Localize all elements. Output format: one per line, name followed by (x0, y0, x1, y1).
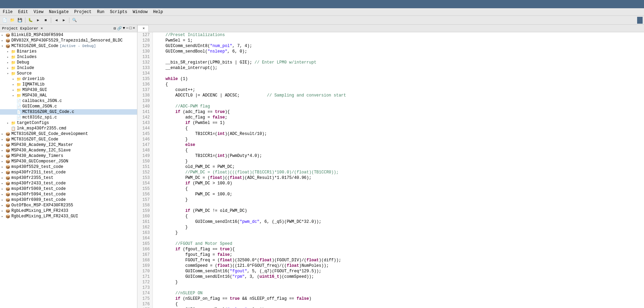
tree-arrow-debug[interactable]: ▸ (7, 61, 11, 65)
tree-arrow-include[interactable]: ▸ (7, 66, 11, 70)
toolbar-forward[interactable]: ▶ (60, 17, 67, 24)
tree-item-lnk[interactable]: 📋lnk_msp430fr2355.cmd (0, 126, 137, 131)
tree-arrow-msp430fr2311test[interactable]: ▸ (1, 171, 5, 174)
minimize-icon[interactable]: ─ (126, 26, 128, 31)
tree-item-rgbledmixing[interactable]: ▸📦RgbLedMixing_LPM_FR2433 (0, 208, 137, 214)
tree-item-include[interactable]: ▸📁Include (0, 65, 137, 71)
tree-arrow-source[interactable]: ▾ (7, 72, 11, 76)
tree-arrow-mct8316dev[interactable]: ▸ (1, 132, 5, 136)
tree-item-outofbox[interactable]: ▸📦OutOfBox_MSP-EXP430FR2355 (0, 203, 137, 208)
menu-run[interactable]: Run (94, 9, 107, 15)
menu-navigate[interactable]: Navigate (46, 9, 71, 15)
tree-item-includes[interactable]: ▸📁Includes (0, 54, 137, 60)
tree-item-msp430fr5994test[interactable]: ▸📦msp430fr5994_test_code (0, 192, 137, 197)
tree-arrow-msp430gui[interactable]: ▸ (12, 88, 16, 92)
tree-arrow-msp430fr2433test[interactable]: ▸ (1, 182, 5, 185)
tree-item-msp430i2cslave[interactable]: ▸📦MSP430_Academy_I2C_Slave (0, 148, 137, 153)
tree-arrow-msp430guicomposer[interactable]: ▸ (1, 160, 5, 163)
tree-item-msp430fr6989test[interactable]: ▸📦msp430fr6989_test_code (0, 197, 137, 203)
tree-arrow-iqmathlib[interactable]: ▸ (12, 83, 16, 87)
tree-arrow-rgbledmixing[interactable]: ▸ (1, 209, 5, 213)
quick-access-button[interactable] (637, 17, 643, 24)
tree-item-blinkled[interactable]: ▸📦BlinkLED_MSP430FR5994 (0, 32, 137, 38)
tree-item-msp430gui[interactable]: ▸📁MSP430_GUI (0, 87, 137, 93)
tree-arrow-msp430i2cmaster[interactable]: ▸ (1, 143, 5, 147)
tree-item-rgbledmixinggui[interactable]: ▸📦RgbLedMixing_LPM_FR2433_GUI (0, 214, 137, 219)
editor-tab-main[interactable]: × (137, 25, 149, 32)
toolbar-run[interactable]: ▶ (35, 17, 42, 24)
tree-item-msp430f5529test[interactable]: ▸📦msp430f5529_test_code (0, 164, 137, 170)
tree-arrow-msp430fr5994test[interactable]: ▸ (1, 193, 5, 196)
editor-tab-close[interactable]: × (143, 26, 145, 31)
code-content[interactable]: //Preset Initializations PwmSel = 1; GUI… (153, 32, 644, 308)
toolbar-back[interactable]: ◀ (53, 17, 60, 24)
tree-item-callbacks[interactable]: 📄callbacks_JSON.c (0, 98, 137, 104)
tree-item-debug[interactable]: ▸📁Debug (0, 60, 137, 65)
toolbar-save[interactable]: 💾 (16, 17, 23, 24)
toolbar-debug[interactable]: 🐛 (27, 17, 34, 24)
tree-arrow-msp430hal[interactable]: ▸ (12, 94, 16, 98)
toolbar-search[interactable]: 🔍 (71, 17, 78, 24)
tree-item-msp430fr5969test[interactable]: ▸📦msp430fr5969_test_code (0, 186, 137, 192)
menu-project[interactable]: Project (71, 9, 94, 15)
code-line-129: GUIComm_sendUInt8("num_pol", 7, 4); (156, 43, 641, 49)
tree-arrow-msp430timers[interactable]: ▸ (1, 154, 5, 158)
tree-arrow-outofbox[interactable]: ▸ (1, 204, 5, 207)
tree-item-targetconfigs[interactable]: ▸📁targetConfigs (0, 120, 137, 126)
toolbar-stop[interactable]: ■ (42, 17, 49, 24)
tree-icon-mct8316z_spi: 📄 (16, 115, 21, 120)
menu-edit[interactable]: Edit (15, 9, 31, 15)
tree-arrow-mct8316[interactable]: ▾ (1, 44, 5, 48)
tree-item-guicomm[interactable]: 📄GUIComm_JSON.c (0, 104, 137, 109)
collapse-all-icon[interactable]: ⊟ (114, 26, 116, 31)
tree-arrow-msp430i2cslave[interactable]: ▸ (1, 149, 5, 152)
menu-file[interactable]: File (0, 9, 15, 15)
tree-item-mct8316z_spi[interactable]: 📄mct8316z_spi.c (0, 115, 137, 120)
tree-item-mct8316code[interactable]: 📄MCT8316Z0R_GUI_Code.c (0, 109, 137, 115)
toolbar-open[interactable]: 📁 (9, 17, 16, 24)
close-icon[interactable]: × (133, 26, 135, 31)
menu-icon[interactable]: ▼ (123, 26, 125, 31)
tree-item-driverlib[interactable]: ▸📁driverlib (0, 76, 137, 82)
menu-scripts[interactable]: Scripts (107, 9, 130, 15)
tree-arrow-msp430fr6989test[interactable]: ▸ (1, 198, 5, 202)
tree-item-mct8316dev[interactable]: ▸📦MCT8316Z0R_GUI_Code_development (0, 131, 137, 137)
tree-item-msp430hal[interactable]: ▸📁MSP430_HAL (0, 93, 137, 98)
tree-arrow-binaries[interactable]: ▸ (7, 50, 11, 54)
tree-item-msp430timers[interactable]: ▸📦MSP430_Academy_Timers (0, 153, 137, 159)
line-num-135: 135 (140, 76, 150, 82)
tree-item-msp430i2cmaster[interactable]: ▸📦MSP430_Academy_I2C_Master (0, 142, 137, 148)
tree-arrow-drv832x[interactable]: ▸ (1, 39, 5, 43)
tree-arrow-mct8316z0t[interactable]: ▸ (1, 138, 5, 141)
tree-item-source[interactable]: ▾📁Source (0, 71, 137, 76)
menu-help[interactable]: Help (150, 9, 166, 15)
tree-item-binaries[interactable]: ▸📁Binaries (0, 49, 137, 54)
menu-window[interactable]: Window (130, 9, 150, 15)
menu-view[interactable]: View (31, 9, 46, 15)
toolbar-new[interactable]: 📄 (1, 17, 8, 24)
code-line-159: if (PWM_DC != old_PWM_DC) (156, 208, 641, 214)
tree-icon-msp430fr2311test: 📦 (5, 170, 10, 175)
tree-item-msp430fr2355test[interactable]: ▸📦msp430fr2355_test (0, 175, 137, 181)
tree-arrow-msp430fr2355test[interactable]: ▸ (1, 176, 5, 180)
tree-icon-rgbledmixinggui: 📦 (5, 214, 10, 219)
maximize-icon[interactable]: □ (129, 26, 132, 31)
tree-label-msp430fr5994test: msp430fr5994_test_code (11, 192, 66, 197)
tree-item-drv832x[interactable]: ▸📦DRV832X_MSP430F5529_Trapezoidal_Sensor… (0, 38, 137, 43)
tree-arrow-targetconfigs[interactable]: ▸ (7, 121, 11, 125)
tree-item-msp430guicomposer[interactable]: ▸📦MSP430_GUIComposer_JSON (0, 159, 137, 164)
tree-arrow-blinkled[interactable]: ▸ (1, 33, 5, 37)
tree-arrow-msp430f5529test[interactable]: ▸ (1, 165, 5, 169)
tree-arrow-msp430fr5969test[interactable]: ▸ (1, 187, 5, 191)
tree-arrow-rgbledmixinggui[interactable]: ▸ (1, 215, 5, 218)
tree-arrow-includes[interactable]: ▸ (7, 55, 11, 59)
tree-item-iqmathlib[interactable]: ▸📁IQMATHLib (0, 82, 137, 87)
tree-item-msp430fr2311test[interactable]: ▸📦msp430fr2311_test_code (0, 170, 137, 175)
tree-arrow-driverlib[interactable]: ▸ (12, 77, 16, 81)
tree-item-mct8316z0t[interactable]: ▸📦MCT8316Z0T_GUI_Code (0, 137, 137, 142)
tree-item-mct8316[interactable]: ▾📦MCT8316Z0R_GUI_Code[Active - Debug] (0, 43, 137, 49)
tree-icon-rgbledmixing: 📦 (5, 209, 10, 213)
code-view[interactable]: 1271281291301311321331341351361371381391… (137, 32, 644, 308)
tree-item-msp430fr2433test[interactable]: ▸📦msp430fr2433_test_code (0, 181, 137, 186)
link-icon[interactable]: 🔗 (117, 26, 122, 31)
